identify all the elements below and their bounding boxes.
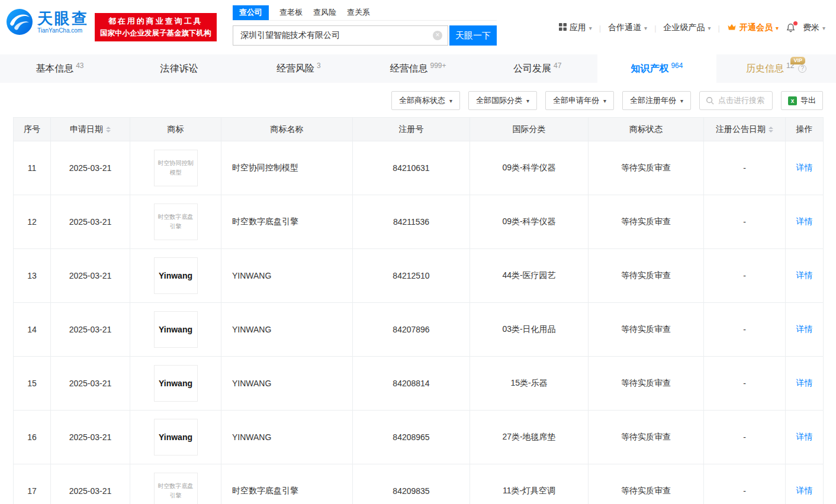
- trademark-image[interactable]: 时空数字底盘引擎: [154, 203, 198, 240]
- tab-公司发展[interactable]: 公司发展47: [478, 54, 597, 83]
- trademark-image[interactable]: 时空数字底盘引擎: [154, 473, 198, 504]
- cell-trademark-image: 时空数字底盘引擎: [130, 195, 221, 249]
- trademark-image[interactable]: 时空协同控制模型: [154, 150, 198, 186]
- cell-intl-class: 09类-科学仪器: [470, 141, 589, 195]
- tianyancha-logo-icon: [6, 8, 33, 35]
- search-tab-查公司[interactable]: 查公司: [233, 5, 269, 20]
- sort-icon[interactable]: [106, 127, 111, 133]
- search-tabs: 查公司查老板查风险查关系: [233, 6, 497, 21]
- crown-icon: [727, 23, 737, 33]
- search-button[interactable]: 天眼一下: [449, 25, 497, 46]
- cell-intl-class: 11类-灯具空调: [470, 464, 589, 504]
- col-header-label: 序号: [24, 124, 40, 134]
- filter-dropdown-全部注册年份[interactable]: 全部注册年份▾: [622, 91, 691, 110]
- tab-label: 历史信息: [746, 63, 784, 75]
- search-tab-查关系[interactable]: 查关系: [347, 7, 370, 20]
- trademark-image[interactable]: Yinwang: [154, 419, 198, 455]
- chevron-down-icon: ▾: [449, 98, 452, 104]
- cell-trademark-name: YINWANG: [221, 249, 353, 303]
- col-header-label: 操作: [796, 124, 813, 134]
- logo-text: 天眼查 TianYanCha.com: [37, 10, 89, 34]
- cell-trademark-name: YINWANG: [221, 357, 353, 411]
- detail-link[interactable]: 详情: [796, 324, 813, 334]
- nav-item-label: 开通会员: [739, 22, 773, 33]
- tab-count: 999+: [430, 62, 446, 70]
- site-header: 天眼查 TianYanCha.com 都在用的商业查询工具 国家中小企业发展子基…: [0, 0, 836, 54]
- cell-reg-number: 84207896: [353, 303, 470, 357]
- detail-link[interactable]: 详情: [796, 217, 813, 226]
- filter-dropdown-label: 全部商标状态: [399, 95, 445, 106]
- help-icon[interactable]: ?: [798, 64, 806, 73]
- filter-dropdowns: 全部商标状态▾全部国际分类▾全部申请年份▾全部注册年份▾: [391, 91, 691, 110]
- tab-基本信息[interactable]: 基本信息43: [0, 54, 120, 83]
- nav-item-企业级产品[interactable]: 企业级产品▾: [664, 22, 711, 33]
- detail-link[interactable]: 详情: [796, 486, 813, 495]
- tab-经营信息[interactable]: 经营信息999+: [358, 54, 478, 83]
- trademark-search-box[interactable]: 点击进行搜索: [699, 91, 773, 110]
- trademark-image[interactable]: Yinwang: [154, 257, 198, 294]
- detail-link[interactable]: 详情: [796, 270, 813, 280]
- cell-apply-date: 2025-03-21: [51, 195, 130, 249]
- grid-icon: [559, 23, 567, 33]
- cell-apply-date: 2025-03-21: [51, 411, 130, 464]
- cell-trademark-image: Yinwang: [130, 411, 221, 464]
- tab-知识产权[interactable]: 知识产权964: [597, 54, 717, 83]
- filter-dropdown-全部申请年份[interactable]: 全部申请年份▾: [545, 91, 614, 110]
- cell-index: 14: [14, 303, 51, 357]
- cell-announce-date: -: [704, 464, 786, 504]
- cell-index: 12: [14, 195, 51, 249]
- cell-index: 17: [14, 464, 51, 504]
- col-header-操作: 操作: [786, 118, 824, 141]
- notification-bell[interactable]: [786, 22, 796, 33]
- brand-name: 天眼查: [37, 10, 89, 27]
- cell-status: 等待实质审查: [589, 249, 704, 303]
- chevron-down-icon: ▾: [589, 25, 592, 31]
- filter-dropdown-label: 全部注册年份: [630, 95, 676, 106]
- top-nav: 应用▾|合作通道▾|企业级产品▾|开通会员▾费米▾: [559, 22, 825, 33]
- nav-item-应用[interactable]: 应用▾: [559, 22, 592, 33]
- search-tab-查风险[interactable]: 查风险: [313, 7, 336, 20]
- col-header-序号: 序号: [14, 118, 51, 141]
- logo[interactable]: 天眼查 TianYanCha.com: [6, 8, 89, 35]
- cell-reg-number: 84210631: [353, 141, 470, 195]
- cell-reg-number: 84211536: [353, 195, 470, 249]
- trademark-image[interactable]: Yinwang: [154, 311, 198, 348]
- trademark-row: 122025-03-21时空数字底盘引擎时空数字底盘引擎8421153609类-…: [14, 195, 824, 249]
- nav-item-label: 合作通道: [608, 22, 641, 33]
- trademark-image[interactable]: Yinwang: [154, 365, 198, 402]
- cell-reg-number: 84208814: [353, 357, 470, 411]
- tab-法律诉讼[interactable]: 法律诉讼: [120, 54, 239, 83]
- search-tab-查老板[interactable]: 查老板: [279, 7, 303, 20]
- filter-dropdown-全部国际分类[interactable]: 全部国际分类▾: [468, 91, 537, 110]
- tab-历史信息[interactable]: 历史信息12VIP?: [716, 54, 836, 83]
- cell-status: 等待实质审查: [589, 411, 704, 464]
- col-header-label: 注册公告日期: [716, 124, 766, 134]
- cell-trademark-image: 时空协同控制模型: [130, 141, 221, 195]
- clear-icon[interactable]: ×: [433, 31, 442, 40]
- detail-link[interactable]: 详情: [796, 163, 813, 172]
- export-button[interactable]: x 导出: [781, 91, 823, 110]
- tab-经营风险[interactable]: 经营风险3: [239, 54, 358, 83]
- col-header-国际分类: 国际分类: [470, 118, 589, 141]
- search-row: × 天眼一下: [233, 25, 497, 46]
- detail-link[interactable]: 详情: [796, 432, 813, 441]
- tab-label: 法律诉讼: [160, 63, 198, 75]
- sort-icon[interactable]: [769, 127, 773, 133]
- cell-action: 详情: [786, 464, 824, 504]
- cell-status: 等待实质审查: [589, 464, 704, 504]
- detail-link[interactable]: 详情: [796, 378, 813, 387]
- cell-apply-date: 2025-03-21: [51, 249, 130, 303]
- nav-separator: |: [718, 24, 720, 33]
- trademark-row: 162025-03-21YinwangYINWANG8420896527类-地毯…: [14, 411, 824, 464]
- cell-intl-class: 27类-地毯席垫: [470, 411, 589, 464]
- col-header-label: 国际分类: [513, 124, 546, 134]
- tab-label: 基本信息: [36, 63, 73, 75]
- company-search-input[interactable]: [233, 25, 448, 46]
- user-menu[interactable]: 费米▾: [803, 22, 825, 33]
- trademark-row: 152025-03-21YinwangYINWANG8420881415类-乐器…: [14, 357, 824, 411]
- col-header-注册公告日期[interactable]: 注册公告日期: [704, 118, 786, 141]
- nav-item-开通会员[interactable]: 开通会员▾: [727, 22, 779, 33]
- col-header-申请日期[interactable]: 申请日期: [51, 118, 130, 141]
- filter-dropdown-全部商标状态[interactable]: 全部商标状态▾: [391, 91, 460, 110]
- nav-item-合作通道[interactable]: 合作通道▾: [608, 22, 647, 33]
